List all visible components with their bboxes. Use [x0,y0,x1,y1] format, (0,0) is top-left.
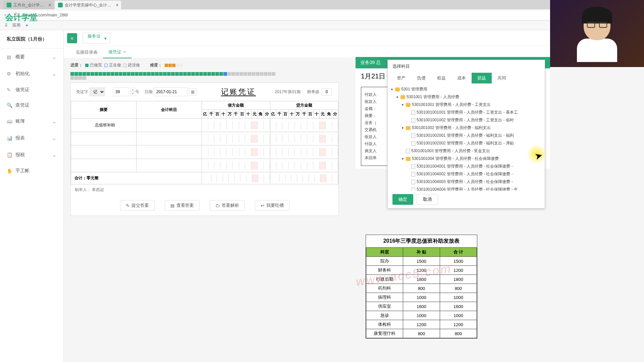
tab-equity[interactable]: 权益 [431,73,451,83]
tree-item[interactable]: 5301001004002 管理费用 - 人员经费 - 社会保障缴费 - [391,170,541,178]
voucher-number-input[interactable] [113,87,129,96]
sidebar-item-voucher[interactable]: ✎做凭证 [0,82,63,98]
tree-item[interactable]: 5301001001001 管理费用 - 人员经费 - 工资支出 - 基本工 [391,109,541,116]
summary-cell[interactable]: 总值班补助 [71,119,137,132]
progress-label: 进度： [70,62,83,68]
subsidy-table: 2016年三季度总值班补助发放表 科室补 贴合 计院办15001500财务科12… [366,235,477,339]
complain-button[interactable]: ↩我要吐槽 [255,200,289,211]
sidebar-item-report[interactable]: 📊报表⌄ [0,130,63,146]
account-tree[interactable]: ▾5301 管理费用▾5301001 管理费用 - 人员经费▾530100100… [388,83,545,191]
tab-asset[interactable]: 资产 [391,73,411,83]
submit-button[interactable]: ✎提交答案 [120,200,155,211]
tree-item[interactable]: ▾5301001 管理费用 - 人员经费 [391,93,541,101]
tree-item[interactable]: 5301001002001 管理费用 - 人员经费 - 福利支出 - 福利 [391,132,541,139]
tree-item[interactable]: 5301001002002 管理费用 - 人员经费 - 福利支出 - 津贴 [391,139,541,147]
spin-up[interactable]: ▴ [130,88,135,92]
service-dropdown[interactable]: 服务业 [83,33,110,44]
table-row: 病理科10001000 [366,293,477,302]
date-label: 日期 [145,89,153,95]
voucher-table: 摘要 会计科目 借方金额 贷方金额 亿千百十万千百十元角分亿千百十万千百十元角分… [71,101,338,184]
sidebar-label: 手工帐 [15,168,30,174]
service-label: 服务业 [88,34,101,39]
summary-cell[interactable] [71,132,137,145]
expand-icon[interactable]: ▾ [391,87,395,91]
browser-tab-2[interactable]: 会计学堂实操中心_会计… × [55,1,121,9]
tree-item[interactable]: ▾5301001004 管理费用 - 人员经费 - 社会保障缴费 [391,155,541,163]
sidebar-item-ledger[interactable]: 📖账簿⌄ [0,113,63,130]
webcam-overlay [550,0,644,67]
doc-icon [411,172,415,177]
expand-icon[interactable]: ▾ [402,157,406,161]
collapse-sidebar-button[interactable]: « [67,33,77,43]
clipboard-icon: 📋 [7,152,12,158]
tree-item[interactable]: 5301001004004 管理费用 - 人员经费 - 社会保障缴费 - 生 [391,186,541,191]
voucher-date-input[interactable] [154,87,187,96]
tab-voucher[interactable]: 做凭证× [103,46,131,58]
sidebar-item-overview[interactable]: ▤概要⌄ [0,49,63,65]
view-answer-button[interactable]: ▤查看答案 [165,200,200,211]
chevron-down-icon: ⌄ [52,118,57,125]
legend-todo-icon [123,64,126,67]
expand-icon[interactable]: ▾ [396,95,400,99]
calendar-icon[interactable]: ▦ [189,88,197,96]
table-row: 供应室16001600 [366,302,477,311]
tab-pl[interactable]: 损益 [472,73,492,83]
analyze-button[interactable]: 🗀答案解析 [210,200,245,211]
close-icon[interactable]: × [49,2,51,8]
account-cell[interactable] [137,159,202,172]
spin-down[interactable]: ▾ [130,92,135,96]
voucher-type-select[interactable]: 记 [90,87,105,96]
tree-item[interactable]: 5301001004003 管理费用 - 人员经费 - 社会保障缴费 - [391,178,541,186]
tree-item[interactable]: 5301001001002 管理费用 - 人员经费 - 工资支出 - 临时 [391,116,541,124]
attach-count-input[interactable] [322,88,332,96]
tab-directory[interactable]: 实操目录表 [70,46,103,58]
bookmark-icon[interactable]: ✦ [25,23,29,28]
url-input[interactable] [19,11,641,19]
tree-item[interactable]: 5301001004001 管理费用 - 人员经费 - 社会保障缴费 - [391,163,541,170]
debit-cell[interactable] [202,119,270,132]
summary-cell[interactable] [71,159,137,172]
sidebar-label: 报表 [15,135,25,141]
sidebar-item-manual[interactable]: ✋手工帐 [0,163,63,179]
tab-liability[interactable]: 负债 [411,73,431,83]
sidebar-item-init[interactable]: ⚙初始化⌄ [0,65,63,82]
credit-cell[interactable] [270,119,338,132]
table-row: 院办15001500 [366,257,477,266]
browser-tab-1[interactable]: 工作台_会计学… × [3,1,54,9]
tree-item[interactable]: 5301001003 管理费用 - 人员经费 - 奖金支出 [391,147,541,155]
favicon-icon [7,3,11,7]
confirm-button[interactable]: 确定 [392,194,413,205]
tree-label: 5301001004003 管理费用 - 人员经费 - 社会保障缴费 - [417,179,513,185]
type-label: 凭证字 [76,89,88,95]
account-cell[interactable] [137,132,202,145]
tree-item[interactable]: ▾5301 管理费用 [391,85,541,93]
tree-item[interactable]: ▾5301001001 管理费用 - 人员经费 - 工资支出 [391,101,541,109]
chevron-down-icon: ⌄ [52,53,57,61]
reply-icon: ↩ [261,203,264,208]
account-cell[interactable] [137,119,202,132]
folder-icon: 🗀 [215,203,220,208]
folder-icon [406,103,411,107]
legend-todo: 还没做 [128,62,140,68]
table-row: 体检科12001200 [366,320,477,329]
expand-icon[interactable]: ▾ [402,126,406,130]
voucher-period: 2017年第01期 [275,89,301,95]
tab-common[interactable]: 共同 [492,73,512,83]
cancel-button[interactable]: 取消 [417,194,438,205]
sidebar: 私立医院（1月份） ▤概要⌄ ⚙初始化⌄ ✎做凭证 🔍查凭证 📖账簿⌄ 📊报表⌄… [0,30,64,362]
bookmark-item[interactable]: 应用 [12,22,20,28]
tree-item[interactable]: ▾5301001002 管理费用 - 人员经费 - 福利支出 [391,124,541,132]
sidebar-item-tax[interactable]: 📋报税⌄ [0,146,63,163]
close-icon[interactable]: × [123,49,126,54]
close-icon[interactable]: × [116,2,118,8]
summary-cell[interactable] [71,145,137,159]
search-icon: 🔍 [7,103,12,108]
col-header: 补 贴 [403,248,440,257]
difficulty-label: 难度： [150,62,162,68]
account-cell[interactable] [137,145,202,159]
sidebar-item-search[interactable]: 🔍查凭证 [0,98,63,113]
folder-icon [400,95,405,99]
apps-icon[interactable]: ⠿ [5,23,8,28]
expand-icon[interactable]: ▾ [402,103,406,107]
tab-cost[interactable]: 成本 [451,73,472,83]
